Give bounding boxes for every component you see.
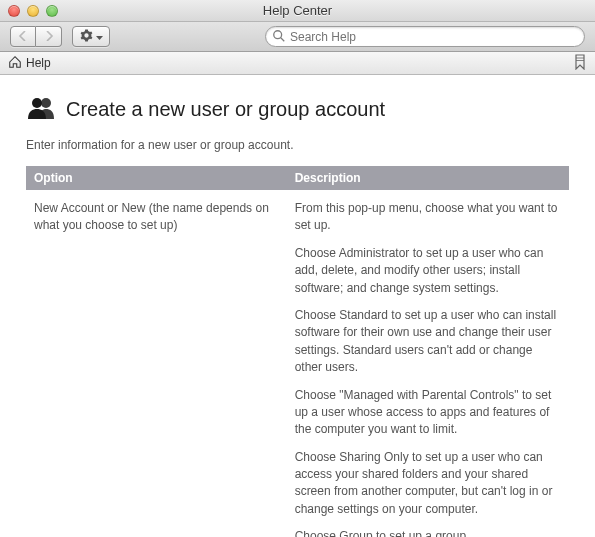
gear-icon [80, 29, 93, 45]
chevron-right-icon [44, 30, 54, 44]
description-paragraph: From this pop-up menu, choose what you w… [295, 200, 561, 235]
col-header-description: Description [287, 166, 569, 190]
table-row: New Account or New (the name depends on … [26, 190, 569, 537]
window-title: Help Center [0, 3, 595, 18]
breadcrumb[interactable]: Help [8, 55, 51, 72]
chevron-down-icon [96, 30, 103, 44]
content-scroll[interactable]: Create a new user or group account Enter… [0, 75, 595, 537]
home-icon [8, 55, 22, 72]
description-paragraph: Choose "Managed with Parental Controls" … [295, 387, 561, 439]
toolbar [0, 22, 595, 52]
minimize-button[interactable] [27, 5, 39, 17]
search-icon [272, 29, 286, 43]
action-menu-button[interactable] [72, 26, 110, 47]
svg-point-0 [274, 31, 282, 39]
titlebar: Help Center [0, 0, 595, 22]
breadcrumb-label: Help [26, 56, 51, 70]
col-header-option: Option [26, 166, 287, 190]
window-controls [0, 5, 58, 17]
close-button[interactable] [8, 5, 20, 17]
chevron-left-icon [18, 30, 28, 44]
page-intro: Enter information for a new user or grou… [26, 138, 569, 152]
description-paragraph: Choose Standard to set up a user who can… [295, 307, 561, 377]
nav-group [10, 26, 62, 47]
content: Create a new user or group account Enter… [0, 75, 595, 537]
table-header-row: Option Description [26, 166, 569, 190]
cell-option: New Account or New (the name depends on … [26, 190, 287, 537]
search-input[interactable] [265, 26, 585, 47]
options-table: Option Description New Account or New (t… [26, 166, 569, 537]
page-title: Create a new user or group account [66, 98, 385, 121]
page-header: Create a new user or group account [26, 97, 569, 122]
bookmark-icon[interactable] [573, 54, 587, 73]
cell-description: From this pop-up menu, choose what you w… [287, 190, 569, 537]
forward-button[interactable] [36, 26, 62, 47]
back-button[interactable] [10, 26, 36, 47]
people-icon [26, 97, 56, 122]
svg-line-1 [281, 38, 285, 42]
breadcrumb-bar: Help [0, 52, 595, 75]
svg-point-5 [41, 98, 51, 108]
description-paragraph: Choose Sharing Only to set up a user who… [295, 449, 561, 519]
search-field-wrap [265, 26, 585, 47]
description-paragraph: Choose Administrator to set up a user wh… [295, 245, 561, 297]
zoom-button[interactable] [46, 5, 58, 17]
svg-point-4 [32, 98, 42, 108]
description-paragraph: Choose Group to set up a group. [295, 528, 561, 537]
